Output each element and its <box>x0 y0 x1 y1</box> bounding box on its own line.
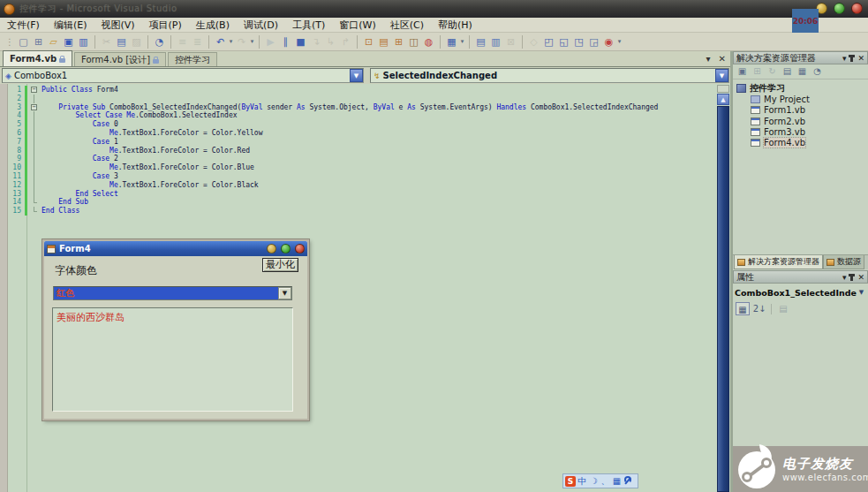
categorized-icon[interactable]: ▦ <box>736 302 750 315</box>
menu-item[interactable]: 社区(C) <box>383 19 431 32</box>
code-line[interactable]: 3 Private Sub ComboBox1_SelectedIndexCha… <box>0 103 724 112</box>
title-bar[interactable]: 控件学习 - Microsoft Visual Studio <box>0 0 868 18</box>
pane-close-icon[interactable]: ✕ <box>857 54 864 63</box>
code-line[interactable]: 10 Me.TextBox1.ForeColor = Color.Blue <box>0 163 724 172</box>
form4-window[interactable]: Form4 字体颜色 最小化 红色 ▼ 美丽的西沙群岛 <box>42 239 309 420</box>
code-line[interactable]: 8 Me.TextBox1.ForeColor = Color.Red <box>0 147 724 155</box>
add-item-icon[interactable]: ⊞ <box>31 34 46 49</box>
object-dropdown[interactable]: ◈ ComboBox1 ▼ <box>2 68 364 83</box>
new-project-icon[interactable]: ▢ <box>16 34 31 49</box>
collapse-icon[interactable] <box>31 104 37 110</box>
menu-item[interactable]: 文件(F) <box>0 19 47 32</box>
copy-icon[interactable]: ▤ <box>114 34 129 49</box>
fold-margin[interactable] <box>29 103 42 112</box>
code-line[interactable]: 1Public Class Form4 <box>0 86 724 95</box>
tab-group-icon[interactable]: ◳ <box>571 34 586 49</box>
sogou-icon[interactable]: S <box>565 476 576 487</box>
color-combobox[interactable]: 红色 ▼ <box>53 286 292 300</box>
dropdown-caret-icon[interactable]: ▾ <box>616 38 623 45</box>
menu-item[interactable]: 工具(T) <box>285 19 332 32</box>
tree-item-form1-vb[interactable]: Form1.vb <box>751 105 868 116</box>
code-line[interactable]: 14 End Sub <box>0 198 724 207</box>
object-browser-icon[interactable]: ◫ <box>406 34 421 49</box>
view-code-icon[interactable]: ▤ <box>781 65 794 78</box>
code-line[interactable]: 9 Case 2 <box>0 155 724 163</box>
properties-object-arrow-icon[interactable]: ▼ <box>857 289 866 296</box>
stop-debug-icon[interactable]: ■ <box>293 34 308 49</box>
tab-控件学习[interactable]: 控件学习 <box>168 52 217 66</box>
menu-item[interactable]: 调试(D) <box>237 19 285 32</box>
punctuation-icon[interactable]: 、 <box>600 474 610 488</box>
code-line[interactable]: 15End Class <box>0 207 724 216</box>
open-file-icon[interactable]: ▱ <box>46 34 61 49</box>
properties-header[interactable]: 属性 ▾ ✕ <box>733 270 868 284</box>
pin-icon[interactable] <box>850 274 853 281</box>
object-dropdown-arrow-icon[interactable]: ▼ <box>350 69 363 82</box>
collapse-icon[interactable] <box>31 87 37 93</box>
menu-item[interactable]: 视图(V) <box>94 19 141 32</box>
command-window-icon[interactable]: ▦ <box>444 34 459 49</box>
dropdown-caret-icon[interactable]: ▾ <box>228 38 234 45</box>
undo-icon[interactable]: ↶ <box>213 34 228 49</box>
tab-scroll-chevron-icon[interactable]: ▾ <box>706 53 711 64</box>
demo-textbox[interactable]: 美丽的西沙群岛 <box>52 307 293 412</box>
code-line[interactable]: 13 End Select <box>0 190 724 199</box>
properties-object-dropdown[interactable]: ComboBox1_SelectedIndexChan ▼ <box>733 285 868 299</box>
save-icon[interactable]: ▣ <box>61 34 76 49</box>
find-icon[interactable]: ◔ <box>152 34 167 49</box>
solution-explorer-icon[interactable]: ⊡ <box>361 34 376 49</box>
bookmark-icon[interactable]: ▥ <box>488 34 503 49</box>
scrollbar-thumb[interactable] <box>717 106 729 492</box>
event-dropdown-arrow-icon[interactable]: ▼ <box>715 69 728 82</box>
properties-icon[interactable]: ▣ <box>736 65 749 78</box>
minimize-form-button[interactable]: 最小化 <box>262 258 298 272</box>
fold-margin[interactable] <box>29 86 42 95</box>
scroll-up-icon[interactable]: ▲ <box>717 94 729 105</box>
error-list-icon[interactable]: ◍ <box>421 34 436 49</box>
solution-explorer-header[interactable]: 解决方案资源管理器 ▾ ✕ <box>733 51 868 64</box>
form4-title-bar[interactable]: Form4 <box>44 241 307 256</box>
chinese-mode-icon[interactable]: 中 <box>577 474 587 488</box>
close-button[interactable] <box>851 3 863 14</box>
auto-hide-icon[interactable]: ◲ <box>586 34 601 49</box>
code-line[interactable]: 2 <box>0 95 724 103</box>
form-close-button[interactable] <box>295 244 305 254</box>
soft-keyboard-icon[interactable]: ▦ <box>612 474 622 488</box>
settings-wrench-icon[interactable] <box>623 476 632 487</box>
panel-tab-数据源[interactable]: 数据源 <box>823 255 864 269</box>
toolbox-icon[interactable]: ⊞ <box>391 34 406 49</box>
maximize-button[interactable] <box>834 3 845 14</box>
break-all-icon[interactable]: ∥ <box>278 34 293 49</box>
color-combobox-arrow-icon[interactable]: ▼ <box>278 287 291 299</box>
pin-icon[interactable] <box>850 55 853 62</box>
code-line[interactable]: 4 Select Case Me.ComboBox1.SelectedIndex <box>0 111 724 120</box>
tab-Form4.vb[interactable]: Form4.vb <box>3 50 72 66</box>
pane-close-icon[interactable]: ✕ <box>857 273 864 282</box>
dock-window-icon[interactable]: ◱ <box>556 34 571 49</box>
dropdown-caret-icon[interactable]: ▾ <box>459 38 465 45</box>
dropdown-caret-icon[interactable]: ▾ <box>249 38 255 45</box>
tree-item-form4-vb[interactable]: Form4.vb <box>751 137 868 148</box>
tab-close-icon[interactable]: ✕ <box>719 53 726 64</box>
ime-bar[interactable]: S中☽、▦ <box>562 473 638 488</box>
editor-vertical-scrollbar[interactable]: ▲ <box>717 85 729 492</box>
tree-item-form2-vb[interactable]: Form2.vb <box>751 116 868 126</box>
menu-item[interactable]: 生成(B) <box>189 19 237 32</box>
tree-item-form3-vb[interactable]: Form3.vb <box>751 126 868 137</box>
code-line[interactable]: 6 Me.TextBox1.ForeColor = Color.Yellow <box>0 129 724 138</box>
pane-chevron-icon[interactable]: ▾ <box>842 273 847 282</box>
code-line[interactable]: 12 Me.TextBox1.ForeColor = Color.Black <box>0 181 724 190</box>
properties-window-icon[interactable]: ▤ <box>376 34 391 49</box>
code-line[interactable]: 7 Case 1 <box>0 138 724 147</box>
form-maximize-button[interactable] <box>281 244 291 254</box>
code-line[interactable]: 11 Case 3 <box>0 172 724 181</box>
menu-item[interactable]: 帮助(H) <box>431 19 479 32</box>
menu-item[interactable]: 窗口(W) <box>332 19 382 32</box>
task-list-icon[interactable]: ▤ <box>473 34 488 49</box>
tab-Form4.vb [设计][interactable]: Form4.vb [设计] <box>74 52 166 66</box>
menu-item[interactable]: 编辑(E) <box>47 19 94 32</box>
view-designer-icon[interactable]: ▦ <box>796 65 809 78</box>
save-all-icon[interactable]: ▥ <box>76 34 91 49</box>
splitter-handle[interactable] <box>717 85 729 93</box>
menu-item[interactable]: 项目(P) <box>142 19 189 32</box>
